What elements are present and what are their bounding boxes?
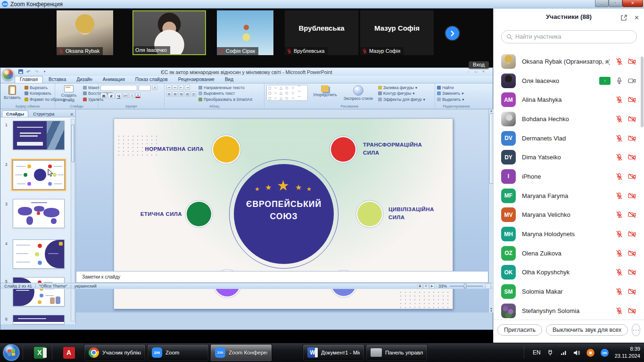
tab-outline[interactable]: Структура — [29, 111, 58, 117]
close-panel-icon[interactable]: ✕ — [634, 14, 639, 21]
participant-row[interactable]: OK Olha Kopyshchyk — [494, 263, 641, 282]
search-input[interactable] — [515, 33, 632, 40]
tab-slideshow[interactable]: Показ слайдов — [131, 76, 173, 83]
participant-row[interactable]: MF Maryana Faryma — [494, 186, 641, 206]
qat-dropdown[interactable]: ▾ — [41, 69, 48, 74]
save-button[interactable] — [17, 69, 24, 74]
taskbar-button-zoom-meeting[interactable]: zm Zoom Конферен... — [210, 344, 272, 362]
font-size-select[interactable] — [139, 85, 151, 91]
close-button[interactable]: ✕ — [622, 0, 643, 7]
shape-effects-button[interactable]: Эффекты для фигур ▾ — [378, 97, 425, 102]
thumbnails-scroll-thumb[interactable] — [71, 124, 74, 162]
video-tile-olia[interactable]: Оля Івасечко — [132, 10, 206, 55]
select-button[interactable]: Выделить ▾ — [437, 97, 476, 102]
more-options-button[interactable]: ··· — [632, 324, 640, 336]
participant-row[interactable]: DV Dermanets Vlad — [494, 129, 641, 148]
shape-fill-button[interactable]: Заливка фигуры ▾ — [378, 85, 425, 90]
replace-button[interactable]: Заменить ▾ — [437, 90, 476, 96]
increase-indent-button[interactable]: ⇥ — [185, 85, 190, 90]
slide-thumbnail-3[interactable] — [13, 199, 65, 228]
arrange-button[interactable]: Упорядочить — [312, 85, 339, 98]
next-participants-button[interactable] — [446, 26, 459, 40]
next-slide-icon[interactable]: ▼ — [490, 310, 493, 313]
power-plug-icon[interactable] — [547, 349, 554, 356]
find-button[interactable]: Найти — [437, 85, 476, 90]
numbering-button[interactable]: ≕ — [173, 85, 178, 90]
scroll-up-icon[interactable]: ▲ — [490, 109, 493, 112]
participant-row[interactable]: SM Solomia Makar — [494, 282, 641, 301]
slide-thumbnail-5[interactable] — [13, 277, 65, 306]
tab-review[interactable]: Рецензирование — [173, 76, 219, 83]
tab-insert[interactable]: Вставка — [44, 76, 71, 83]
participant-row[interactable]: MH Maryna Holodynets — [494, 224, 641, 244]
sorter-view-button[interactable]: ⊞ — [423, 284, 429, 289]
taskbar-button-word[interactable]: W Документ1 - Micr... — [303, 344, 364, 362]
participant-row[interactable]: OZ Olena Zuikova — [494, 244, 641, 263]
tab-slides[interactable]: Слайды — [2, 110, 28, 117]
new-slide-button[interactable]: Создать слайд — [57, 85, 81, 103]
video-tile-mazur[interactable]: Мазур Софія Мазур Софія — [360, 10, 434, 55]
quick-styles-button[interactable]: Экспресс-стили — [342, 85, 374, 101]
align-right-button[interactable]: ▤ — [179, 91, 184, 97]
popout-icon[interactable] — [620, 14, 627, 21]
participant-search[interactable] — [501, 30, 637, 43]
taskbar-button-chrome[interactable]: Учасник публіка... — [84, 344, 146, 362]
mute-all-button[interactable]: Выключить звук для всех — [546, 324, 628, 336]
shape-outline-button[interactable]: Контур фигуры ▾ — [378, 90, 425, 96]
smartart-button[interactable]: Преобразовать в SmartArt — [198, 97, 252, 102]
acrobat-taskbar-icon[interactable]: A — [59, 344, 78, 361]
participant-row[interactable]: Оля Івасечко ↑ — [494, 71, 641, 90]
taskbar-button-zoom[interactable]: zm Zoom — [147, 344, 209, 362]
tab-home[interactable]: Главная — [15, 76, 43, 83]
zoom-slider[interactable] — [450, 286, 483, 287]
align-center-button[interactable]: ▤ — [173, 91, 178, 97]
strikethrough-button[interactable]: ab — [123, 93, 128, 98]
align-text-button[interactable]: Выровнять текст — [198, 90, 252, 96]
participant-row[interactable]: I iPhone — [494, 167, 641, 186]
participants-scrollbar[interactable] — [640, 52, 644, 321]
participant-row[interactable]: MV Maryana Velichko — [494, 206, 641, 225]
minimize-button[interactable]: — — [595, 0, 609, 7]
underline-button[interactable]: Ч — [116, 93, 122, 99]
participants-scroll-thumb[interactable] — [641, 57, 644, 127]
slideshow-view-button[interactable]: ▶ — [429, 284, 435, 289]
italic-button[interactable]: К — [108, 93, 115, 99]
speaker-icon[interactable] — [573, 350, 580, 356]
tab-animation[interactable]: Анимация — [98, 76, 130, 83]
restore-button[interactable]: ❐ — [609, 0, 622, 7]
participant-row[interactable]: Bohdana Hechko — [494, 109, 641, 129]
zoom-slider-thumb[interactable] — [464, 284, 466, 288]
tab-view[interactable]: Вид — [220, 76, 238, 83]
grow-font-button[interactable]: A — [152, 85, 157, 90]
font-color-button[interactable]: А — [135, 93, 140, 98]
undo-button[interactable]: ↶ — [25, 69, 32, 74]
office-button[interactable] — [2, 68, 14, 81]
shadow-button[interactable]: S — [129, 93, 134, 98]
language-indicator[interactable]: украинский — [74, 284, 97, 288]
tab-design[interactable]: Дизайн — [72, 76, 97, 83]
justify-button[interactable]: ▤ — [185, 91, 190, 97]
start-button[interactable] — [3, 344, 20, 361]
language-switcher[interactable]: EN — [533, 349, 541, 356]
align-left-button[interactable]: ▤ — [166, 91, 172, 97]
video-tile-vrublevska[interactable]: Врублевська Врублевська — [285, 10, 358, 55]
excel-taskbar-icon[interactable]: X — [30, 344, 49, 361]
normal-view-button[interactable]: ▣ — [417, 284, 422, 289]
participant-row[interactable]: Stefanyshyn Solomia — [494, 301, 641, 321]
bold-button[interactable]: Ж — [100, 93, 107, 99]
font-name-select[interactable] — [100, 85, 137, 91]
video-tile-sofia[interactable]: Софія Сірак — [217, 10, 273, 55]
close-panel-icon[interactable]: ✕ — [70, 112, 74, 117]
participant-row[interactable]: DY Dima Yatseiko — [494, 148, 641, 167]
bullets-button[interactable]: ≔ — [166, 85, 172, 90]
text-direction-button[interactable]: Направленные тексто — [198, 85, 252, 90]
shapes-gallery[interactable]: ◻ ○ △ ◇ ☆ ⌒ ◻ ○ △ ◇ ☆ ⌒ ◻ ○ △ ◇ ☆ ⌒ — [266, 85, 308, 101]
video-tile-oksana[interactable]: Oksana Rybak — [57, 10, 113, 55]
network-icon[interactable] — [561, 350, 567, 355]
ppt-window-controls[interactable]: – ▭ ✕ — [468, 70, 487, 74]
slide-thumbnail-1[interactable] — [13, 121, 65, 150]
antivirus-tray-icon[interactable] — [586, 349, 594, 357]
slide-thumbnail-2-selected[interactable] — [13, 160, 65, 189]
decrease-indent-button[interactable]: ⇤ — [179, 85, 184, 90]
columns-button[interactable]: ▥ — [191, 91, 196, 97]
